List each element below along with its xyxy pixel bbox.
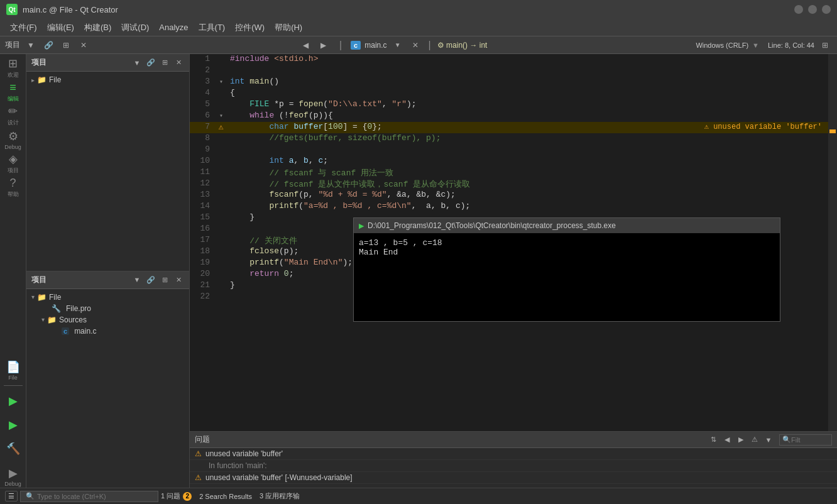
tab-close[interactable]: ✕ <box>408 38 422 52</box>
project-bottom-sync-btn[interactable]: 🔗 <box>145 274 156 285</box>
minimize-button[interactable]: ─ <box>794 5 803 14</box>
titlebar: Qt main.c @ File - Qt Creator ─ □ ✕ <box>0 0 837 19</box>
sidebar-item-welcome[interactable]: ⊞ 欢迎 <box>2 57 25 79</box>
tree-arrow-file-bottom[interactable] <box>31 293 35 300</box>
marker-22 <box>215 292 227 303</box>
problem-row-2[interactable]: In function 'main': <box>190 460 837 472</box>
project-label: 项目 <box>5 40 20 50</box>
marker-18 <box>215 246 227 258</box>
folder-icon-bottom: 📁 <box>37 293 46 302</box>
folder-icon-top: 📁 <box>37 75 46 84</box>
problems-nav-back[interactable]: ◀ <box>721 434 733 446</box>
menu-analyze[interactable]: Analyze <box>154 19 193 36</box>
welcome-icon: ⊞ <box>8 57 18 70</box>
terminal-title: D:\001_Programs\012_Qt\Tools\QtCreator\b… <box>368 221 616 230</box>
tree-arrow-sources[interactable] <box>41 316 45 323</box>
code-editor[interactable]: 1 #include <stdio.h> 2 3 <box>190 54 837 431</box>
tree-item-file-bottom[interactable]: 📁 File <box>26 292 189 303</box>
tree-item-file-top[interactable]: 📁 File <box>26 74 189 85</box>
code-2 <box>227 65 837 77</box>
problems-content: ⚠ unused variable 'buffer' In function '… <box>190 448 837 488</box>
linenum-8: 8 <box>190 133 215 145</box>
code-10: int a, b, c; <box>227 156 837 167</box>
linenum-14: 14 <box>190 201 215 212</box>
sidebar-item-build[interactable]: 🔨 <box>2 437 25 460</box>
tab-dropdown[interactable]: ▼ <box>391 38 405 52</box>
toolbar-close-btn[interactable]: ✕ <box>77 38 90 52</box>
sidebar-item-file[interactable]: 📄 File <box>2 359 25 381</box>
project-split-btn[interactable]: ⊞ <box>159 57 170 68</box>
line-ending[interactable]: Windows (CRLF) <box>696 41 748 49</box>
marker-17 <box>215 235 227 246</box>
linenum-2: 2 <box>190 65 215 77</box>
status-appoutput[interactable]: 3 应用程序输 <box>260 491 300 501</box>
help-icon: ? <box>9 177 16 190</box>
project-bottom-close-btn[interactable]: ✕ <box>173 274 184 285</box>
tree-arrow-file-top[interactable] <box>31 77 35 84</box>
problems-sort-btn[interactable]: ⇅ <box>708 434 719 446</box>
locator-input[interactable] <box>37 493 153 500</box>
sidebar-item-run[interactable]: ▶ <box>2 390 25 412</box>
code-7: char buffer[100] = {0}; ⚠ unused variabl… <box>227 122 837 131</box>
toolbar-link-btn[interactable]: 🔗 <box>41 38 55 52</box>
project-sync-btn[interactable]: 🔗 <box>145 57 156 68</box>
cursor-position: Line: 8, Col: 44 <box>768 41 814 49</box>
project-tree-top: 📁 File <box>26 72 189 271</box>
menu-help[interactable]: 帮助(H) <box>270 19 307 36</box>
sidebar-item-design[interactable]: ✏ 设计 <box>2 104 25 127</box>
menu-debug[interactable]: 调试(D) <box>116 19 154 36</box>
split-editor-btn[interactable]: ⊞ <box>818 38 832 52</box>
project-bottom-split-btn[interactable]: ⊞ <box>159 274 170 285</box>
toolbar-filter-btn[interactable]: ▼ <box>24 38 38 52</box>
linenum-19: 19 <box>190 258 215 269</box>
design-icon: ✏ <box>8 104 18 118</box>
menu-tools[interactable]: 工具(T) <box>194 19 231 36</box>
problems-nav-forward[interactable]: ▶ <box>735 434 747 446</box>
tree-item-sources[interactable]: 📁 Sources <box>26 314 189 326</box>
menu-controls[interactable]: 控件(W) <box>230 19 270 36</box>
toolbar-nav-back[interactable]: ◀ <box>299 38 313 52</box>
tree-item-mainc[interactable]: c main.c <box>26 326 189 337</box>
linenum-5: 5 <box>190 99 215 111</box>
linenum-12: 12 <box>190 178 215 190</box>
problems-warning-filter[interactable]: ⚠ <box>749 434 760 446</box>
status-issues[interactable]: 1 问题 <box>161 491 180 501</box>
linenum-1: 1 <box>190 54 215 65</box>
tree-item-filepro[interactable]: 🔧 File.pro <box>26 303 189 314</box>
debug-icon: ⚙ <box>8 129 18 143</box>
sidebar-item-project[interactable]: ◈ 项目 <box>2 152 25 175</box>
pro-icon: 🔧 <box>52 304 61 313</box>
marker-16 <box>215 224 227 235</box>
toolbar-split-btn[interactable]: ⊞ <box>59 38 73 52</box>
sidebar-item-editor[interactable]: ≡ 编辑 <box>2 80 25 103</box>
problem-text-3: unused variable 'buffer' [-Wunused-varia… <box>205 473 353 482</box>
sidebar-item-debug2[interactable]: ▶ Debug <box>2 465 25 488</box>
close-button[interactable]: ✕ <box>822 5 831 14</box>
linenum-21: 21 <box>190 280 215 292</box>
toggle-issues-btn[interactable]: ☰ <box>5 491 18 501</box>
menu-file[interactable]: 文件(F) <box>5 19 42 36</box>
maximize-button[interactable]: □ <box>808 5 817 14</box>
status-search[interactable]: 2 Search Results <box>199 493 252 500</box>
problems-filter-btn[interactable]: ▼ <box>763 434 774 446</box>
project-panel-top-header: 项目 ▼ 🔗 ⊞ ✕ <box>26 54 189 72</box>
line-3: 3 ▾ int main() <box>190 77 837 88</box>
problems-filter-input[interactable] <box>791 436 829 444</box>
project-filter-btn[interactable]: ▼ <box>131 57 143 68</box>
sidebar-item-debugrun[interactable]: ▶ <box>2 414 25 436</box>
app: Qt main.c @ File - Qt Creator ─ □ ✕ 文件(F… <box>0 0 837 504</box>
project-panel-top-title: 项目 <box>31 57 129 68</box>
problem-row-1[interactable]: ⚠ unused variable 'buffer' <box>190 448 837 460</box>
sidebar-item-help[interactable]: ? 帮助 <box>2 176 25 199</box>
sidebar-item-debug[interactable]: ⚙ Debug <box>2 128 25 151</box>
menu-edit[interactable]: 编辑(E) <box>42 19 79 36</box>
build-icon: 🔨 <box>6 442 20 456</box>
marker-19 <box>215 258 227 269</box>
problem-row-3[interactable]: ⚠ unused variable 'buffer' [-Wunused-var… <box>190 472 837 484</box>
menu-build[interactable]: 构建(B) <box>79 19 116 36</box>
linenum-17: 17 <box>190 235 215 246</box>
toolbar-nav-forward[interactable]: ▶ <box>317 38 331 52</box>
project-bottom-filter-btn[interactable]: ▼ <box>131 274 143 285</box>
project-tree-bottom: 📁 File 🔧 File.pro 📁 Sources <box>26 289 189 488</box>
project-close-top-btn[interactable]: ✕ <box>173 57 184 68</box>
